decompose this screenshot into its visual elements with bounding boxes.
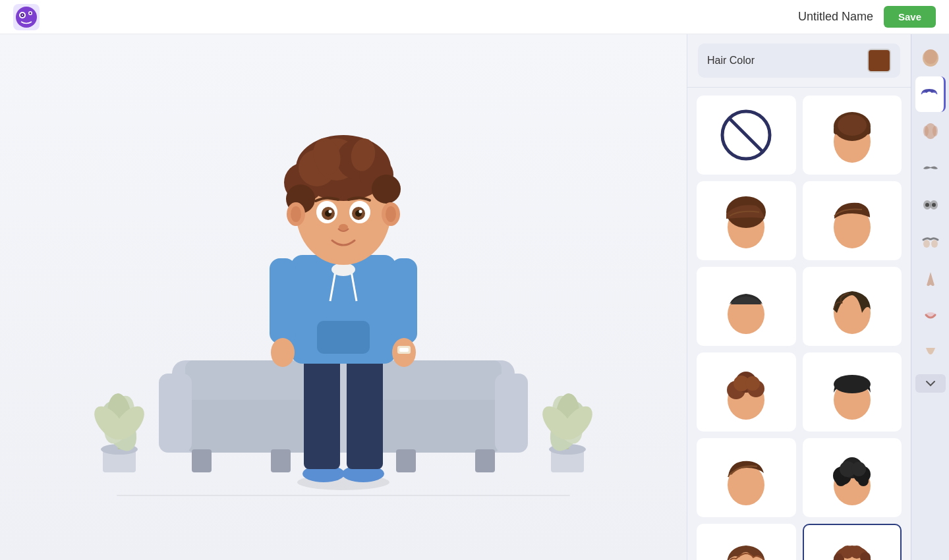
eyes-icon [921, 195, 940, 215]
svg-rect-28 [159, 374, 192, 453]
plant-right-svg [528, 347, 607, 479]
svg-rect-45 [391, 258, 417, 344]
svg-point-117 [932, 203, 936, 207]
hair-option-1[interactable] [803, 96, 902, 175]
face-icon [921, 47, 940, 67]
hair-thumb-6 [716, 362, 776, 422]
hair-thumb-2 [716, 191, 776, 250]
hair-thumb-9 [822, 448, 882, 507]
main-area: Hair Color [0, 34, 949, 560]
hair-color-swatch[interactable] [867, 49, 891, 72]
chin-icon [921, 343, 940, 362]
logo-icon [13, 4, 40, 30]
eyebrows-icon [921, 232, 940, 252]
save-button[interactable]: Save [884, 6, 936, 28]
nose-icon [921, 269, 940, 289]
svg-point-93 [834, 375, 871, 393]
hair-color-row: Hair Color [698, 43, 900, 78]
floor-line [117, 495, 570, 496]
character-svg [238, 97, 449, 492]
svg-point-101 [836, 476, 846, 486]
svg-point-1 [16, 7, 37, 28]
svg-point-6 [22, 14, 23, 16]
hair-thumb-8 [716, 448, 776, 507]
plant-right [528, 347, 607, 482]
chevron-down-icon [926, 380, 935, 387]
svg-rect-49 [399, 348, 409, 352]
sidebar-item-chin[interactable] [915, 335, 946, 370]
hair-option-4[interactable] [697, 267, 796, 346]
plant-left-svg [80, 347, 159, 479]
hair-thumb-4 [716, 277, 776, 336]
hair-thumb-3 [822, 191, 882, 250]
sidebar-item-eyes[interactable] [915, 187, 946, 223]
svg-rect-38 [347, 347, 383, 469]
svg-point-65 [386, 206, 396, 222]
hair-option-10[interactable] [697, 524, 796, 560]
svg-point-5 [30, 12, 32, 14]
right-panel: Hair Color [687, 34, 911, 560]
document-title: Untitled Name [798, 10, 873, 24]
svg-point-112 [923, 126, 929, 136]
svg-point-73 [359, 210, 362, 213]
svg-point-119 [931, 240, 938, 248]
hair-thumb-10 [716, 534, 776, 560]
hair-option-2[interactable] [697, 181, 796, 260]
sidebar-item-mustache[interactable] [915, 150, 946, 186]
hair-thumb-1 [822, 105, 882, 165]
svg-point-72 [329, 210, 332, 213]
hair-option-9[interactable] [803, 438, 902, 517]
svg-point-110 [924, 49, 937, 64]
svg-rect-44 [270, 258, 296, 344]
logo-area [13, 4, 40, 30]
character [238, 97, 449, 495]
sidebar-item-ears[interactable] [915, 113, 946, 149]
hair-option-7[interactable] [803, 352, 902, 432]
svg-rect-29 [495, 374, 528, 453]
ears-icon [921, 121, 940, 141]
svg-point-113 [933, 126, 938, 136]
hair-thumb-11 [822, 534, 882, 560]
svg-point-118 [923, 240, 930, 248]
scroll-down-button[interactable] [915, 374, 946, 393]
hair-active-icon [919, 84, 940, 105]
header-right: Untitled Name Save [798, 6, 936, 28]
mustache-icon [921, 158, 940, 178]
side-icon-bar [911, 34, 949, 560]
sidebar-item-hair[interactable] [915, 76, 946, 112]
mouth-icon [921, 306, 940, 325]
no-hair-icon [720, 109, 772, 161]
hair-thumb-5 [822, 277, 882, 336]
hair-grid [687, 88, 911, 560]
scene-container [60, 60, 627, 534]
svg-point-91 [745, 376, 760, 391]
hair-option-8[interactable] [697, 438, 796, 517]
svg-rect-33 [475, 449, 495, 472]
svg-point-102 [858, 476, 869, 486]
svg-rect-40 [317, 321, 370, 354]
sidebar-item-face[interactable] [915, 40, 946, 75]
hair-option-none[interactable] [697, 96, 796, 175]
hair-option-5[interactable] [803, 267, 902, 346]
hair-option-3[interactable] [803, 181, 902, 260]
hair-option-6[interactable] [697, 352, 796, 432]
sidebar-item-nose[interactable] [915, 261, 946, 296]
svg-line-76 [729, 118, 763, 152]
canvas-area [0, 34, 687, 560]
svg-point-100 [851, 462, 866, 476]
svg-rect-37 [304, 347, 340, 469]
hair-thumb-7 [822, 362, 882, 422]
svg-point-64 [291, 206, 301, 222]
svg-rect-30 [192, 449, 212, 472]
svg-point-58 [372, 175, 401, 204]
svg-point-80 [838, 115, 867, 136]
sidebar-item-mouth[interactable] [915, 298, 946, 333]
svg-point-46 [271, 338, 295, 367]
plant-left [80, 347, 159, 482]
hair-color-label: Hair Color [707, 55, 755, 67]
svg-point-120 [925, 312, 936, 318]
svg-point-116 [925, 203, 929, 207]
hair-option-11[interactable] [803, 524, 902, 560]
panel-header: Hair Color [687, 34, 911, 88]
sidebar-item-eyebrows[interactable] [915, 224, 946, 260]
